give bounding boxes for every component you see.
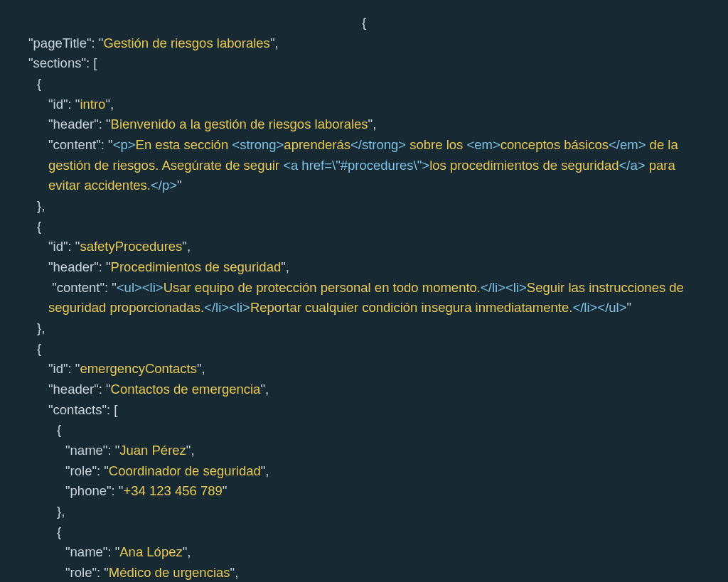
section-open: { (37, 76, 41, 91)
val-phone-juan: +34 123 456 789 (123, 483, 222, 498)
contact-close: }, (57, 504, 65, 519)
intro-content-line: "content": "<p>En esta sección <strong>a… (21, 135, 707, 196)
contact-open: { (57, 524, 61, 539)
section-open: { (37, 341, 41, 356)
safety-content-line: "content": "<ul><li>Usar equipo de prote… (21, 278, 707, 318)
key-sections: "sections": [ (28, 55, 97, 70)
val-name-juan: Juan Pérez (119, 443, 186, 458)
key-role: "role": " (65, 565, 109, 580)
section-close: }, (37, 320, 45, 335)
section-open: { (37, 219, 41, 234)
key-name: "name": " (65, 443, 119, 458)
key-phone: "phone": " (65, 483, 123, 498)
val-header-emergency: Contactos de emergencia (111, 382, 261, 397)
val-role-ana: Médico de urgencias (109, 565, 230, 580)
val-pageTitle: Gestión de riesgos laborales (103, 36, 269, 50)
json-code-block: { "pageTitle": "Gestión de riesgos labor… (21, 13, 707, 582)
val-header-intro: Bienvenido a la gestión de riesgos labor… (111, 117, 368, 131)
key-pageTitle: "pageTitle": " (28, 36, 103, 50)
key-id: "id": " (48, 97, 80, 112)
val-role-juan: Coordinador de seguridad (109, 463, 261, 478)
key-name: "name": " (65, 544, 119, 559)
key-header: "header": " (48, 259, 111, 274)
key-role: "role": " (65, 463, 109, 478)
val-id-safety: safetyProcedures (80, 239, 182, 254)
key-id: "id": " (48, 361, 80, 376)
key-id: "id": " (48, 239, 80, 254)
contact-open: { (57, 422, 61, 437)
val-id-intro: intro (80, 97, 105, 112)
val-id-emergency: emergencyContacts (80, 361, 197, 376)
key-header: "header": " (48, 117, 111, 131)
section-close: }, (37, 198, 45, 213)
open-brace: { (362, 15, 366, 30)
key-contacts: "contacts": [ (48, 402, 117, 417)
key-header: "header": " (48, 382, 111, 397)
val-header-safety: Procedimientos de seguridad (111, 259, 282, 274)
val-name-ana: Ana López (119, 544, 182, 559)
